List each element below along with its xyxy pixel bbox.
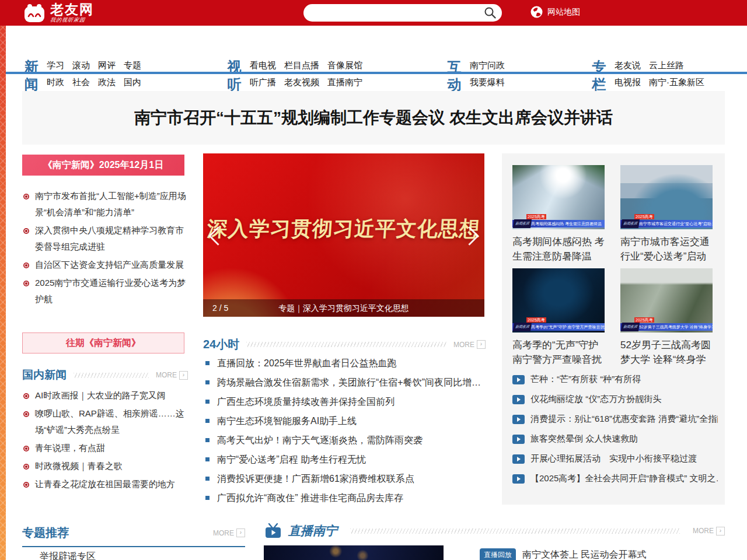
hatch-divider [74, 373, 149, 378]
topics-first-item[interactable]: 举报辟谣专区 [40, 551, 96, 560]
news-item[interactable]: 南宁生态环境智能服务AI助手上线 [203, 415, 491, 427]
hero-carousel[interactable]: 深入学习贯彻习近平文化思想 2 / 5 专题｜深入学习贯彻习近平文化思想 [203, 153, 484, 317]
video-grid-item[interactable]: 2025高考 高考期间体感闷热 考生需注意防暑降温 新闻夜班 高考期间体感闷热 … [512, 165, 605, 264]
nav-section-av[interactable]: 视听 [226, 58, 242, 93]
video-list-title[interactable]: 旅客突然晕倒 众人快速救助 [530, 433, 638, 444]
nav-link[interactable]: 云上丝路 [649, 60, 684, 71]
nav-link[interactable]: 我要爆料 [470, 77, 505, 88]
video-grid-item[interactable]: 2025高考 52岁男子三战高考圆梦大学 诠释“终身学习”真谛 新闻夜班 52岁… [620, 268, 713, 367]
nav-link[interactable]: 国内 [124, 77, 141, 88]
hours24-header: 24小时 MORE› [203, 337, 486, 352]
nav-link[interactable]: 南宁·五象新区 [649, 77, 704, 88]
video-list-title[interactable]: 芒种：“芒”有所获 “种”有所得 [530, 374, 641, 385]
news-item[interactable]: 青年说理，有点甜 [22, 440, 188, 456]
nav-link[interactable]: 栏目点播 [284, 60, 319, 71]
nav-link[interactable]: 学习 [47, 60, 64, 71]
hours24-more-link[interactable]: MORE› [453, 340, 486, 349]
sitemap-link[interactable]: 网站地图 [530, 5, 580, 19]
video-list-item[interactable]: 开展心理拓展活动 实现中小衔接平稳过渡 [512, 453, 718, 465]
nav-section-columns[interactable]: 专栏 [591, 58, 607, 93]
topics-more-link[interactable]: MORE› [213, 528, 245, 537]
video-thumbnail[interactable]: 2025高考 高考期间体感闷热 考生需注意防暑降温 新闻夜班 [512, 165, 605, 229]
news-item[interactable]: 时政微视频｜青春之歌 [22, 458, 188, 474]
domestic-news-title: 国内新闻 [22, 368, 67, 383]
news-item[interactable]: 广西生态环境质量持续改善并保持全国前列 [203, 396, 491, 408]
nav-link[interactable]: 老友视频 [284, 77, 319, 88]
video-thumbnail[interactable]: 2025高考 高考季的“无声”守护 南宁警方严查噪音扰民 新闻夜班 [512, 268, 605, 332]
news-item[interactable]: 自治区下达资金支持铝产业高质量发展 [22, 257, 188, 273]
news-item[interactable]: 让青春之花绽放在祖国最需要的地方 [22, 476, 188, 492]
search-input[interactable] [312, 8, 484, 18]
news-item[interactable]: 2025南宁市交通运输行业爱心送考为梦护航 [22, 275, 188, 307]
news-item[interactable]: 南宁“爱心送考”启程 助考生行程无忧 [203, 454, 491, 466]
live-thumbnail[interactable] [264, 545, 444, 560]
video-thumbnail[interactable]: 2025高考 南宁市城市客运交通行业“爱心送考”启动 助力高考 新闻夜班 [620, 165, 713, 229]
hatch-divider [350, 528, 680, 534]
nav-link[interactable]: 直播南宁 [327, 77, 362, 88]
hours24-title: 24小时 [203, 337, 239, 352]
past-episodes-button[interactable]: 往期《南宁新闻》 [22, 332, 184, 354]
nav-link[interactable]: 社会 [72, 77, 90, 88]
search-bar[interactable] [303, 4, 502, 22]
carousel-caption[interactable]: 专题｜深入学习贯彻习近平文化思想 [203, 303, 484, 314]
video-list-item[interactable]: 旅客突然晕倒 众人快速救助 [512, 433, 718, 445]
nav-link[interactable]: 音像展馆 [327, 60, 362, 71]
video-list-item[interactable]: 芒种：“芒”有所获 “种”有所得 [512, 373, 718, 386]
live-title: 直播南宁 [288, 523, 337, 539]
video-caption[interactable]: 52岁男子三战高考圆梦大学 诠释“终身学习”真谛 [620, 338, 713, 367]
nav-section-news[interactable]: 新闻 [23, 58, 39, 93]
live-replay-item[interactable]: 直播回放 南宁文体荟上 民运动会开幕式 [480, 548, 646, 560]
site-logo[interactable]: 老友网 我的视听家园 [23, 2, 94, 24]
site-name: 老友网 [50, 2, 94, 16]
news-item[interactable]: 嘹啰山歌、RAP辟谣、相亲辨谣……这场“铲谣”大秀亮点纷呈 [22, 405, 188, 438]
left-decor-strip [0, 26, 6, 560]
video-grid-item[interactable]: 2025高考 高考季的“无声”守护 南宁警方严查噪音扰民 新闻夜班 高考季的“无… [512, 268, 605, 367]
top-story-headline[interactable]: 南宁市召开“十五五”规划编制工作专题会议 农生文出席会议并讲话 [134, 107, 613, 129]
replay-badge: 直播回放 [480, 548, 516, 560]
play-icon [512, 395, 525, 404]
hatch-divider [246, 342, 446, 347]
nanning-news-banner[interactable]: 《南宁新闻》2025年12月1日 [22, 155, 184, 176]
video-list-title[interactable]: 开展心理拓展活动 实现中小衔接平稳过渡 [530, 453, 697, 464]
news-item[interactable]: 广西拟允许“商改住” 推进非住宅商品房去库存 [203, 492, 491, 504]
nav-group-interact: 互动 南宁问政 我要爆料 [446, 58, 505, 93]
news-item[interactable]: 直播回放：2025年世界献血者日公益热血跑 [203, 358, 491, 369]
news-item[interactable]: 消费投诉更便捷！广西新增61家消费维权联系点 [203, 473, 491, 485]
video-caption[interactable]: 高考季的“无声”守护 南宁警方严查噪音扰民 [512, 338, 605, 367]
video-list-title[interactable]: 仪花绚丽绽放 “仪”态万方扮靓街头 [530, 394, 661, 405]
program-logo: 新闻夜班 [513, 219, 532, 228]
domestic-more-link[interactable]: MORE› [156, 371, 188, 380]
globe-icon [530, 5, 543, 19]
video-list-title[interactable]: 消费提示：别让“618”优惠变套路 消费“避坑”全指南 [530, 414, 718, 425]
news-item[interactable]: AI时政画报｜大农业的路子宽又阔 [22, 387, 188, 404]
news-item[interactable]: 跨场景融合激发住宿新需求，美团旅行“住宿+餐饮”间夜同比增… [203, 377, 491, 388]
video-list-item[interactable]: 【2025高考】全社会共同开启“静音模式” 文明之… [512, 473, 718, 485]
nav-link[interactable]: 听广播 [250, 77, 276, 88]
nav-link[interactable]: 南宁问政 [470, 60, 505, 71]
top-story-box: 南宁市召开“十五五”规划编制工作专题会议 农生文出席会议并讲话 [22, 91, 725, 145]
more-arrow-icon: › [179, 371, 188, 380]
live-more-link[interactable]: MORE› [693, 527, 725, 536]
video-list-item[interactable]: 仪花绚丽绽放 “仪”态万方扮靓街头 [512, 393, 718, 405]
nav-link[interactable]: 电视报 [615, 77, 641, 88]
nav-link[interactable]: 政法 [98, 77, 116, 88]
exam-tag-badge: 2025高考 [526, 214, 546, 219]
news-item[interactable]: 南宁市发布首批“人工智能+制造”应用场景“机会清单”和“能力清单” [22, 188, 188, 220]
search-icon[interactable] [484, 6, 497, 19]
nav-link[interactable]: 看电视 [250, 60, 276, 71]
video-thumbnail[interactable]: 2025高考 52岁男子三战高考圆梦大学 诠释“终身学习”真谛 新闻夜班 [620, 268, 713, 332]
nav-link[interactable]: 时政 [47, 77, 64, 88]
video-list-title[interactable]: 【2025高考】全社会共同开启“静音模式” 文明之… [530, 473, 718, 484]
video-caption[interactable]: 高考期间体感闷热 考生需注意防暑降温 [512, 235, 605, 264]
live-replay-title[interactable]: 南宁文体荟上 民运动会开幕式 [522, 549, 646, 560]
nav-section-interact[interactable]: 互动 [446, 58, 462, 93]
video-grid-item[interactable]: 2025高考 南宁市城市客运交通行业“爱心送考”启动 助力高考 新闻夜班 南宁市… [620, 165, 713, 264]
nav-link[interactable]: 网评 [98, 60, 116, 71]
news-item[interactable]: 深入贯彻中央八项规定精神学习教育市委督导组完成进驻 [22, 222, 188, 255]
nav-link[interactable]: 老友说 [615, 60, 641, 71]
video-caption[interactable]: 南宁市城市客运交通行业“爱心送考”启动 助力高考 [620, 235, 713, 264]
news-item[interactable]: 高考天气出炉！南宁天气逐渐炎热，需防阵雨突袭 [203, 435, 491, 446]
nav-link[interactable]: 滚动 [72, 60, 90, 71]
nav-link[interactable]: 专题 [124, 60, 141, 71]
video-list-item[interactable]: 消费提示：别让“618”优惠变套路 消费“避坑”全指南 [512, 413, 718, 425]
